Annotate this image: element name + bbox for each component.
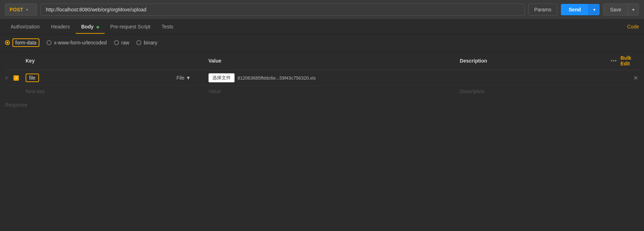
binary-label: binary (144, 40, 157, 45)
body-type-urlencoded[interactable]: x-www-form-urlencoded (47, 40, 107, 45)
remove-row-icon[interactable]: ✕ (632, 75, 639, 81)
method-chevron-icon: ▼ (25, 8, 29, 12)
choose-file-button[interactable]: 选择文件 (208, 73, 235, 82)
tab-headers[interactable]: Headers (45, 20, 76, 34)
params-table: Key Value Description ••• Bulk Edit ≡ fi… (0, 52, 644, 97)
table-header: Key Value Description ••• Bulk Edit (5, 52, 639, 70)
key-value[interactable]: file (26, 74, 39, 82)
save-dropdown-button[interactable]: ▼ (628, 4, 639, 15)
urlencoded-label: x-www-form-urlencoded (54, 40, 107, 45)
radio-raw-icon (114, 40, 119, 45)
radio-urlencoded-icon (47, 40, 51, 45)
type-chevron-icon: ▼ (186, 75, 191, 81)
type-selector[interactable]: File ▼ (176, 75, 208, 81)
save-group: Save ▼ (603, 4, 639, 16)
send-button[interactable]: Send (561, 4, 589, 15)
tab-tests[interactable]: Tests (156, 20, 179, 34)
save-button[interactable]: Save (604, 4, 628, 15)
radio-binary-icon (136, 40, 141, 45)
method-label: POST (10, 7, 23, 12)
more-options-icon[interactable]: ••• (611, 58, 617, 64)
code-link[interactable]: Code (627, 20, 639, 34)
send-dropdown-button[interactable]: ▼ (589, 4, 600, 15)
new-description-input[interactable]: Description (460, 88, 611, 94)
method-dropdown[interactable]: POST ▼ (5, 4, 37, 16)
type-label: File (176, 75, 185, 81)
send-group: Send ▼ (561, 4, 600, 15)
body-type-bar: form-data x-www-form-urlencoded raw bina… (0, 34, 644, 52)
drag-handle-icon[interactable]: ≡ (5, 75, 13, 81)
value-cell: 选择文件 812063685ffddc6e...59f43c756320.xls (208, 73, 460, 82)
response-section: Response (0, 97, 644, 113)
tab-body[interactable]: Body (76, 20, 105, 34)
row-actions: ✕ (611, 75, 639, 81)
tab-prerequest[interactable]: Pre-request Script (105, 20, 156, 34)
tab-authorization[interactable]: Authorization (5, 20, 45, 34)
form-data-label: form-data (12, 38, 39, 47)
new-value-input[interactable]: Value (208, 88, 460, 94)
file-name-display: 812063685ffddc6e...59f43c756320.xls (238, 75, 316, 81)
bulk-edit-button[interactable]: Bulk Edit (621, 55, 639, 66)
response-label: Response (5, 102, 27, 108)
col-header-actions: ••• Bulk Edit (611, 55, 639, 66)
col-header-key: Key (24, 58, 176, 64)
new-key-input[interactable]: New key (24, 88, 176, 94)
tabs-bar: Authorization Headers Body Pre-request S… (0, 20, 644, 34)
body-type-binary[interactable]: binary (136, 40, 157, 45)
body-type-form-data[interactable]: form-data (5, 38, 39, 47)
col-header-value: Value (208, 58, 460, 64)
radio-form-data-icon (5, 40, 10, 45)
body-type-raw[interactable]: raw (114, 40, 130, 45)
raw-label: raw (121, 40, 130, 45)
top-bar: POST ▼ Params Send ▼ Save ▼ (0, 0, 644, 20)
table-row: ≡ file File ▼ 选择文件 812063685ffddc6e...59… (5, 70, 639, 86)
body-dot-indicator (97, 26, 99, 28)
col-header-description: Description (460, 58, 611, 64)
new-key-row: New key Value Description (5, 86, 639, 97)
url-input[interactable] (40, 4, 525, 16)
row-checkbox[interactable] (13, 75, 19, 81)
key-cell: file (24, 74, 176, 82)
params-button[interactable]: Params (528, 4, 557, 16)
